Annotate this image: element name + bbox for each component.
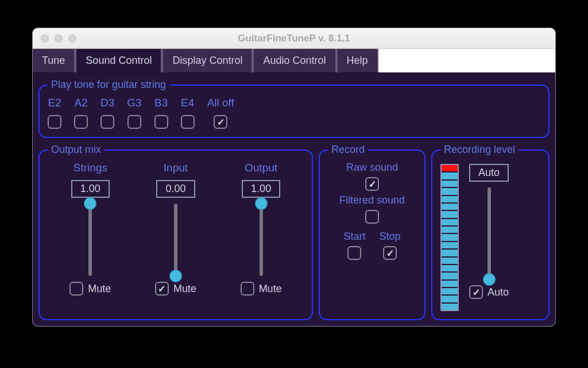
slider-track [88, 204, 92, 276]
meter-segment [442, 202, 458, 210]
record-inner: Raw sound Filtered sound Start Stop [328, 162, 416, 260]
mute-row: Mute [69, 282, 111, 296]
window-body: TuneSound ControlDisplay ControlAudio Co… [33, 49, 555, 326]
meter-segment [442, 248, 458, 256]
auto-label: Auto [488, 286, 509, 298]
start-checkbox[interactable] [347, 246, 361, 260]
tab-sound-control[interactable]: Sound Control [75, 49, 162, 72]
level-meter [440, 164, 459, 311]
slider-track [174, 204, 177, 276]
mix-slider-input[interactable] [171, 204, 181, 276]
tone-checkbox-b3[interactable] [154, 115, 168, 129]
mute-checkbox-output[interactable] [241, 282, 254, 296]
mix-slider-strings[interactable] [85, 204, 95, 276]
tone-checkbox-all-off[interactable] [214, 115, 227, 129]
tone-label: G3 [127, 97, 141, 109]
mix-title: Strings [74, 162, 107, 174]
mute-checkbox-input[interactable] [155, 282, 169, 296]
app-window: GuitarFineTuneP v. 8.1.1 TuneSound Contr… [32, 28, 556, 327]
output-mix-legend: Output mix [48, 144, 105, 156]
content: Play tone for guitar string E2A2D3G3B3E4… [33, 73, 555, 326]
tone-item-e4: E4 [181, 97, 195, 129]
tone-item-d3: D3 [100, 97, 114, 129]
meter-segment [442, 225, 458, 233]
slider-thumb[interactable] [84, 198, 96, 209]
mute-label: Mute [88, 283, 111, 295]
level-right: Auto Auto [469, 164, 509, 311]
tone-checkbox-e2[interactable] [48, 115, 61, 129]
mute-label: Mute [259, 283, 282, 295]
tone-legend: Play tone for guitar string [48, 79, 169, 91]
tone-label: All off [207, 97, 234, 109]
stop-checkbox[interactable] [383, 246, 397, 260]
mute-row: Mute [155, 282, 196, 296]
slider-thumb[interactable] [483, 274, 495, 285]
slider-track [488, 187, 491, 279]
stop-label: Stop [379, 231, 400, 243]
mix-title: Output [245, 162, 277, 174]
mix-slider-output[interactable] [256, 204, 266, 276]
mix-value-box[interactable]: 1.00 [71, 180, 110, 198]
meter-segment [442, 187, 458, 194]
tab-audio-control[interactable]: Audio Control [253, 49, 336, 72]
tone-checkbox-d3[interactable] [100, 115, 114, 129]
meter-segment [442, 279, 458, 287]
mute-checkbox-strings[interactable] [69, 282, 83, 296]
meter-segment [442, 302, 458, 310]
tone-label: E2 [48, 97, 61, 109]
tone-label: A2 [74, 97, 87, 109]
meter-segment [442, 218, 458, 225]
tone-item-b3: B3 [154, 97, 168, 129]
meter-segment [442, 241, 458, 248]
tone-group: Play tone for guitar string E2A2D3G3B3E4… [38, 79, 550, 138]
slider-thumb[interactable] [256, 198, 267, 209]
row-2: Output mix Strings1.00MuteInput0.00MuteO… [38, 144, 550, 320]
tone-item-a2: A2 [74, 97, 88, 129]
mix-value-box[interactable]: 1.00 [242, 180, 280, 198]
tab-bar: TuneSound ControlDisplay ControlAudio Co… [33, 49, 555, 73]
mix-col-input: Input0.00Mute [155, 162, 196, 296]
meter-segment [442, 264, 458, 271]
tone-label: B3 [154, 97, 168, 109]
mute-label: Mute [173, 283, 196, 295]
mix-col-strings: Strings1.00Mute [69, 162, 111, 296]
tone-label: D3 [100, 97, 114, 109]
mix-col-output: Output1.00Mute [241, 162, 282, 296]
mix-value-box[interactable]: 0.00 [156, 180, 195, 198]
record-start-stop: Start Stop [343, 231, 400, 260]
tone-checkbox-a2[interactable] [74, 115, 88, 129]
level-slider[interactable] [484, 187, 494, 279]
tab-tune[interactable]: Tune [33, 49, 75, 72]
tone-item-all-off: All off [207, 97, 234, 129]
tone-item-g3: G3 [127, 97, 141, 129]
meter-segment [442, 210, 458, 217]
mix-columns: Strings1.00MuteInput0.00MuteOutput1.00Mu… [48, 162, 304, 311]
tab-help[interactable]: Help [336, 49, 378, 72]
meter-segment [442, 294, 458, 302]
meter-segment [442, 195, 458, 202]
auto-checkbox[interactable] [469, 285, 483, 299]
tone-row: E2A2D3G3B3E4All off [48, 97, 540, 129]
filtered-sound-checkbox[interactable] [365, 210, 379, 224]
meter-segment [442, 179, 458, 187]
meter-segment [442, 233, 458, 240]
tab-display-control[interactable]: Display Control [162, 49, 253, 72]
window-title: GuitarFineTuneP v. 8.1.1 [33, 33, 555, 44]
mix-title: Input [164, 162, 188, 174]
tone-checkbox-g3[interactable] [127, 115, 141, 129]
slider-track [260, 204, 263, 276]
tone-item-e2: E2 [48, 97, 61, 129]
raw-sound-checkbox[interactable] [365, 177, 379, 191]
slider-thumb[interactable] [170, 270, 181, 282]
tone-checkbox-e4[interactable] [181, 115, 195, 129]
record-legend: Record [328, 144, 368, 156]
level-inner: Auto Auto [440, 162, 540, 311]
record-group: Record Raw sound Filtered sound Start [319, 144, 425, 320]
meter-segment [442, 256, 458, 264]
auto-value-box: Auto [469, 164, 509, 182]
start-label: Start [343, 231, 365, 243]
titlebar: GuitarFineTuneP v. 8.1.1 [33, 28, 555, 49]
recording-level-legend: Recording level [440, 144, 519, 156]
meter-segment [442, 287, 458, 294]
auto-row: Auto [469, 285, 509, 299]
